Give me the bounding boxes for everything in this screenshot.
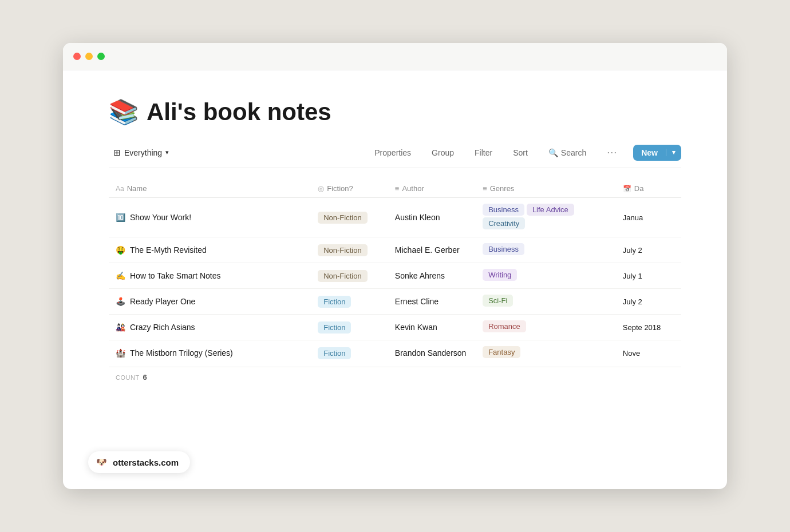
title-text: Ali's book notes [147,98,331,126]
column-header-genres[interactable]: ≡ Genres [476,180,616,198]
date-icon: 📅 [623,185,631,193]
properties-button[interactable]: Properties [370,145,416,160]
cell-date: Janua [616,198,681,237]
new-button-chevron-icon: ▾ [666,149,681,156]
table-body: 🔟Show Your Work!Non-FictionAustin KleonB… [109,198,681,366]
column-header-fiction[interactable]: ◎ Fiction? [311,180,388,198]
fiction-badge: Fiction [318,347,351,359]
cell-genres: Fantasy [476,340,616,366]
genre-badge: Writing [483,269,517,281]
row-emoji: 🤑 [116,245,125,255]
genre-badge: Business [483,243,524,255]
fiction-badge: Fiction [318,296,351,308]
cell-author: Austin Kleon [388,198,476,237]
genre-badge: Sci-Fi [483,295,513,307]
table-header-row: Aa Name ◎ Fiction? ≡ Author [109,180,681,198]
table-row[interactable]: ✍️How to Take Smart NotesNon-FictionSonk… [109,263,681,289]
view-label: Everything [124,148,162,157]
cell-genres: Writing [476,263,616,289]
footer-domain: otterstacks.com [113,458,179,467]
column-header-date[interactable]: 📅 Da [616,180,681,198]
cell-fiction: Non-Fiction [311,237,388,263]
cell-fiction: Fiction [311,340,388,366]
row-title-text: How to Take Smart Notes [130,271,220,280]
count-bar: COUNT 6 [109,367,681,387]
grid-icon: ⊞ [113,148,121,158]
search-icon: 🔍 [548,148,558,157]
cell-author: Michael E. Gerber [388,237,476,263]
toolbar: ⊞ Everything ▾ Properties Group Filter S… [109,144,681,168]
view-selector[interactable]: ⊞ Everything ▾ [109,145,173,161]
row-emoji: ✍️ [116,271,125,280]
page-content: 📚 Ali's book notes ⊞ Everything ▾ Proper… [63,70,727,410]
new-button[interactable]: New ▾ [633,145,681,161]
column-header-author[interactable]: ≡ Author [388,180,476,198]
search-button[interactable]: 🔍 Search [544,145,591,160]
cell-date: Nove [616,340,681,366]
dots-icon: ··· [607,146,617,158]
cell-author: Kevin Kwan [388,315,476,340]
table-row[interactable]: 🔟Show Your Work!Non-FictionAustin KleonB… [109,198,681,237]
cell-fiction: Non-Fiction [311,198,388,237]
table-row[interactable]: 🕹️Ready Player OneFictionErnest ClineSci… [109,289,681,315]
sort-button[interactable]: Sort [508,145,532,160]
footer-emoji: 🐶 [96,457,107,467]
cell-name: 🕹️Ready Player One [109,289,311,315]
cell-name: 🎎Crazy Rich Asians [109,315,311,340]
text-list-icon: ≡ [395,184,400,193]
row-title-text: Show Your Work! [130,213,191,222]
app-window: 📚 Ali's book notes ⊞ Everything ▾ Proper… [63,43,727,489]
fiction-badge: Non-Fiction [318,212,367,224]
minimize-button[interactable] [85,53,93,60]
row-emoji: 🕹️ [116,297,125,306]
new-button-label: New [633,148,666,157]
cell-genres: Business [476,237,616,263]
fiction-badge: Non-Fiction [318,270,367,282]
cell-date: Septe 2018 [616,315,681,340]
row-title-text: The Mistborn Trilogy (Series) [130,348,233,358]
table-row[interactable]: 🤑The E-Myth RevisitedNon-FictionMichael … [109,237,681,263]
database-table: Aa Name ◎ Fiction? ≡ Author [109,180,681,366]
row-title-text: The E-Myth Revisited [130,245,207,255]
genre-badge: Romance [483,320,526,332]
table-row[interactable]: 🎎Crazy Rich AsiansFictionKevin KwanRoman… [109,315,681,340]
page-title: 📚 Ali's book notes [109,98,681,126]
row-emoji: 🎎 [116,323,125,332]
fiction-badge: Non-Fiction [318,244,367,256]
group-button[interactable]: Group [427,145,459,160]
genre-badge: Business [483,204,524,216]
cell-author: Brandon Sanderson [388,340,476,366]
cell-author: Ernest Cline [388,289,476,315]
cell-name: 🤑The E-Myth Revisited [109,237,311,263]
multi-select-icon: ≡ [483,184,487,193]
close-button[interactable] [73,53,81,60]
search-label: Search [561,148,586,157]
group-label: Group [432,148,454,157]
cell-date: July 2 [616,289,681,315]
row-title-text: Ready Player One [130,297,195,306]
title-emoji: 📚 [109,98,139,126]
filter-button[interactable]: Filter [470,145,497,160]
row-emoji: 🏰 [116,348,125,358]
genre-badge: Life Advice [527,204,574,216]
maximize-button[interactable] [97,53,105,60]
chevron-down-icon: ▾ [165,149,169,156]
genre-badge: Fantasy [483,346,520,358]
cell-genres: BusinessLife AdviceCreativity [476,198,616,237]
filter-label: Filter [475,148,492,157]
cell-fiction: Non-Fiction [311,263,388,289]
count-value: 6 [143,373,147,382]
footer-badge: 🐶 otterstacks.com [88,451,190,473]
titlebar [63,43,727,70]
column-header-name[interactable]: Aa Name [109,180,311,198]
row-title-text: Crazy Rich Asians [130,323,195,332]
sort-label: Sort [513,148,528,157]
row-emoji: 🔟 [116,213,125,222]
more-options-button[interactable]: ··· [602,144,622,161]
select-icon: ◎ [318,184,324,193]
cell-author: Sonke Ahrens [388,263,476,289]
table-row[interactable]: 🏰The Mistborn Trilogy (Series)FictionBra… [109,340,681,366]
cell-name: 🏰The Mistborn Trilogy (Series) [109,340,311,366]
cell-date: July 2 [616,237,681,263]
fiction-badge: Fiction [318,321,351,334]
